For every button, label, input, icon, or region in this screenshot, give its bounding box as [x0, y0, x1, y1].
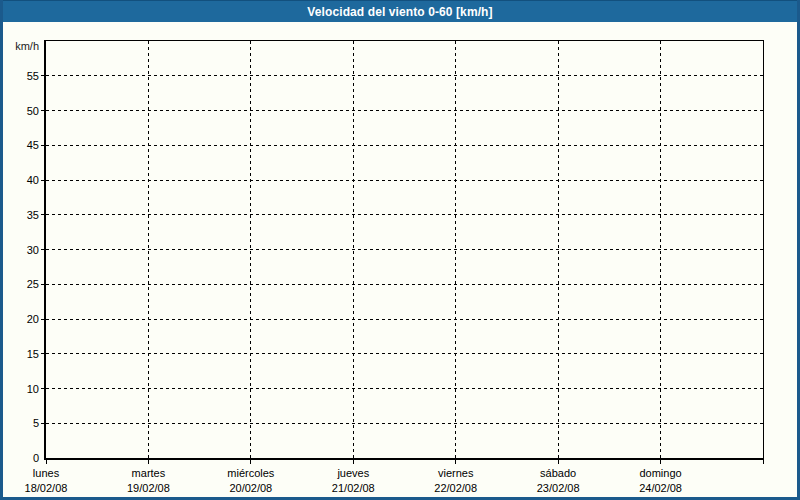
y-tick-mark — [41, 319, 44, 320]
x-axis-label: viernes22/02/08 — [401, 466, 511, 496]
chart-wrapper: km/h 0510152025303540455055lunes18/02/08… — [3, 22, 797, 497]
x-gridline — [250, 41, 251, 458]
x-axis-day-name: viernes — [438, 467, 473, 479]
x-gridline — [353, 41, 354, 458]
x-tick-mark — [250, 460, 251, 464]
plot-area — [44, 40, 764, 460]
x-gridline — [455, 41, 456, 458]
x-axis-date: 22/02/08 — [401, 481, 511, 496]
y-gridline — [46, 319, 763, 320]
x-axis-date: 21/02/08 — [298, 481, 408, 496]
x-axis-label: miércoles20/02/08 — [196, 466, 306, 496]
y-tick-label: 10 — [3, 382, 39, 396]
x-gridline — [148, 41, 149, 458]
y-gridline — [46, 75, 763, 76]
x-tick-mark — [353, 460, 354, 464]
chart-title: Velocidad del viento 0-60 [km/h] — [307, 5, 492, 19]
y-gridline — [46, 388, 763, 389]
x-tick-mark — [558, 460, 559, 464]
x-tick-mark — [46, 460, 47, 464]
y-gridline — [46, 423, 763, 424]
y-tick-label: 25 — [3, 277, 39, 291]
y-tick-label: 40 — [3, 173, 39, 187]
y-tick-label: 55 — [3, 69, 39, 83]
y-tick-mark — [41, 145, 44, 146]
y-tick-label: 35 — [3, 208, 39, 222]
y-tick-mark — [41, 180, 44, 181]
x-axis-label: jueves21/02/08 — [298, 466, 408, 496]
y-gridline — [46, 180, 763, 181]
x-axis-label: martes19/02/08 — [93, 466, 203, 496]
x-axis-day-name: jueves — [337, 467, 369, 479]
x-axis-date: 18/02/08 — [0, 481, 101, 496]
x-axis-day-name: domingo — [639, 467, 681, 479]
y-tick-mark — [41, 249, 44, 250]
y-tick-label: 30 — [3, 243, 39, 257]
y-gridline — [46, 249, 763, 250]
y-tick-mark — [41, 353, 44, 354]
x-axis-date: 24/02/08 — [606, 481, 716, 496]
y-tick-mark — [41, 388, 44, 389]
x-axis-day-name: sábado — [540, 467, 576, 479]
x-axis-day-name: martes — [132, 467, 166, 479]
y-tick-label: 15 — [3, 347, 39, 361]
x-axis-date: 20/02/08 — [196, 481, 306, 496]
x-gridline — [660, 41, 661, 458]
y-tick-label: 0 — [3, 451, 39, 465]
x-tick-mark — [455, 460, 456, 464]
x-tick-mark — [660, 460, 661, 464]
y-tick-mark — [41, 423, 44, 424]
x-axis-date: 19/02/08 — [93, 481, 203, 496]
x-axis-date: 23/02/08 — [503, 481, 613, 496]
y-axis-unit-label: km/h — [7, 39, 39, 53]
y-gridline — [46, 284, 763, 285]
x-axis-day-name: miércoles — [227, 467, 274, 479]
x-axis-label: domingo24/02/08 — [606, 466, 716, 496]
y-tick-label: 20 — [3, 312, 39, 326]
y-gridline — [46, 145, 763, 146]
y-tick-label: 50 — [3, 104, 39, 118]
y-gridline — [46, 110, 763, 111]
y-tick-mark — [41, 214, 44, 215]
chart-title-bar: Velocidad del viento 0-60 [km/h] — [3, 0, 797, 22]
x-axis-day-name: lunes — [33, 467, 59, 479]
chart-window: Velocidad del viento 0-60 [km/h] km/h 05… — [0, 0, 800, 500]
x-axis-label: sábado23/02/08 — [503, 466, 613, 496]
x-tick-mark — [148, 460, 149, 464]
x-tick-mark — [763, 460, 764, 464]
y-tick-mark — [41, 110, 44, 111]
y-tick-label: 5 — [3, 416, 39, 430]
y-tick-mark — [41, 75, 44, 76]
x-gridline — [558, 41, 559, 458]
y-tick-mark — [41, 284, 44, 285]
y-gridline — [46, 214, 763, 215]
x-axis-label: lunes18/02/08 — [0, 466, 101, 496]
y-gridline — [46, 353, 763, 354]
y-tick-label: 45 — [3, 138, 39, 152]
